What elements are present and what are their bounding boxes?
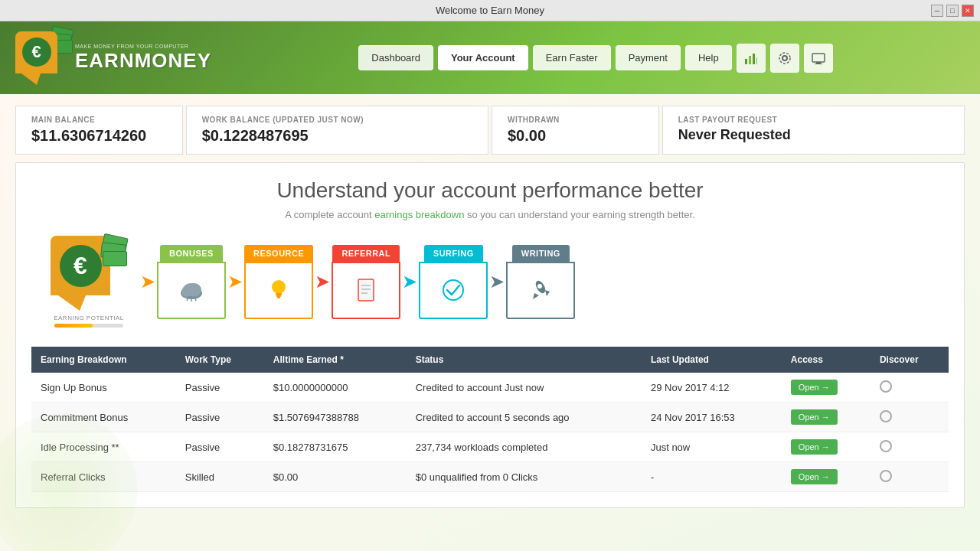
svg-point-12 <box>183 283 200 295</box>
balance-work-label: WORK BALANCE (UPDATED JUST NOW) <box>202 116 472 124</box>
th-earning: Earning Breakdown <box>31 347 176 373</box>
nav-your-account[interactable]: Your Account <box>438 45 528 70</box>
cell-discover <box>871 373 949 403</box>
cell-earning: Idle Processing ** <box>31 432 176 462</box>
nav-earn-faster[interactable]: Earn Faster <box>533 45 611 70</box>
open-button[interactable]: Open → <box>791 380 838 395</box>
earning-potential-bar <box>54 324 93 328</box>
subtitle-post: so you can understand your earning stren… <box>464 209 694 220</box>
nav-help[interactable]: Help <box>685 45 732 70</box>
balance-payout-label: LAST PAYOUT REQUEST <box>678 116 949 124</box>
svg-point-26 <box>537 284 542 289</box>
svg-point-16 <box>272 280 286 294</box>
logo-area: € MAKE MONEY FROM YOUR COMPUTER EARNMONE… <box>15 31 211 85</box>
cell-updated: 24 Nov 2017 16:53 <box>642 403 782 432</box>
surfing-label: SURFING <box>424 245 483 262</box>
earnings-breakdown-link[interactable]: earnings breakdown <box>374 209 464 220</box>
earning-potential: EARNING POTENTIAL <box>39 315 139 328</box>
open-button[interactable]: Open → <box>791 409 838 425</box>
resource-icon <box>244 262 313 319</box>
discover-radio[interactable] <box>880 410 892 422</box>
nav-payment[interactable]: Payment <box>616 45 681 70</box>
cell-access[interactable]: Open → <box>782 432 871 462</box>
content-subtitle: A complete account earnings breakdown so… <box>31 209 949 220</box>
svg-rect-6 <box>812 54 825 62</box>
nav-dashboard[interactable]: Dashboard <box>358 45 433 70</box>
cell-status: Credited to account 5 seconds ago <box>407 403 642 432</box>
resource-label: RESOURCE <box>244 245 313 262</box>
svg-rect-8 <box>815 64 822 64</box>
cell-worktype: Passive <box>176 432 264 462</box>
logo-subtitle: MAKE MONEY FROM YOUR COMPUTER <box>75 44 211 49</box>
open-button[interactable]: Open → <box>791 469 838 484</box>
flow-card-referral[interactable]: REFERRAL <box>332 245 400 319</box>
cell-discover <box>871 432 949 462</box>
table-row: Sign Up Bonus Passive $10.0000000000 Cre… <box>31 373 949 403</box>
svg-rect-18 <box>276 295 281 297</box>
flow-card-writing[interactable]: WRITING <box>506 245 575 319</box>
cell-discover <box>871 403 949 432</box>
svg-rect-20 <box>358 279 374 301</box>
nav-chart-icon[interactable] <box>737 44 766 73</box>
table-row: Idle Processing ** Passive $0.1827873167… <box>31 432 949 462</box>
flow-card-resource[interactable]: RESOURCE <box>244 245 313 319</box>
discover-radio[interactable] <box>880 470 892 482</box>
cell-worktype: Passive <box>176 373 264 403</box>
table-row: Referral Clicks Skilled $0.00 $0 unquali… <box>31 462 949 492</box>
cell-worktype: Skilled <box>176 462 264 492</box>
svg-marker-28 <box>545 290 550 296</box>
table-header-row: Earning Breakdown Work Type Alltime Earn… <box>31 347 949 373</box>
content-area: Understand your account performance bett… <box>15 162 965 508</box>
cell-updated: - <box>642 462 782 492</box>
th-worktype: Work Type <box>176 347 264 373</box>
cell-earning: Commitment Bonus <box>31 403 176 432</box>
balance-payout: LAST PAYOUT REQUEST Never Requested <box>662 106 965 155</box>
close-button[interactable]: ✕ <box>962 5 974 17</box>
logo-main: EARNMONEY <box>75 49 211 73</box>
discover-radio[interactable] <box>880 380 892 393</box>
earning-potential-label: EARNING POTENTIAL <box>39 315 139 321</box>
svg-rect-3 <box>756 57 757 64</box>
cell-access[interactable]: Open → <box>782 373 871 403</box>
balance-withdrawn-value: $0.00 <box>508 127 643 145</box>
writing-label: WRITING <box>512 245 570 262</box>
referral-label: REFERRAL <box>332 245 400 262</box>
balance-work-value: $0.1228487695 <box>202 127 472 145</box>
nav-settings-icon[interactable] <box>770 44 799 73</box>
cell-status: 237,734 workloads completed <box>407 432 642 462</box>
window-controls: ─ □ ✕ <box>931 5 974 17</box>
svg-rect-0 <box>745 59 747 64</box>
flow-card-surfing[interactable]: SURFING <box>419 245 488 319</box>
balance-main-label: MAIN BALANCE <box>31 116 167 124</box>
cell-discover <box>871 462 949 492</box>
open-button[interactable]: Open → <box>791 439 838 455</box>
svg-rect-2 <box>753 54 755 64</box>
bonuses-label: BONUSES <box>160 245 223 262</box>
cell-access[interactable]: Open → <box>782 462 871 492</box>
maximize-button[interactable]: □ <box>946 5 959 17</box>
balance-withdrawn: WITHDRAWN $0.00 <box>492 106 659 155</box>
header: € MAKE MONEY FROM YOUR COMPUTER EARNMONE… <box>0 21 980 94</box>
cell-status: Credited to account Just now <box>407 373 642 403</box>
balance-payout-value: Never Requested <box>678 127 949 143</box>
cell-earning: Referral Clicks <box>31 462 176 492</box>
flow-arrow-3: ➤ <box>402 271 417 292</box>
logo-text: MAKE MONEY FROM YOUR COMPUTER EARNMONEY <box>75 44 211 73</box>
balance-bar: MAIN BALANCE $11.6306714260 WORK BALANCE… <box>0 94 980 155</box>
minimize-button[interactable]: ─ <box>931 5 943 17</box>
logo-icon: € <box>15 31 69 85</box>
window-title: Welcome to Earn Money <box>436 5 544 16</box>
nav-device-icon[interactable] <box>804 44 833 73</box>
device-icon <box>812 51 825 65</box>
th-status: Status <box>407 347 642 373</box>
discover-radio[interactable] <box>880 440 892 452</box>
cell-alltime: $0.18278731675 <box>264 432 407 462</box>
svg-point-5 <box>779 53 790 64</box>
cell-alltime: $1.5076947388788 <box>264 403 407 432</box>
chart-icon <box>744 51 758 65</box>
svg-point-4 <box>782 56 787 60</box>
main: MAIN BALANCE $11.6306714260 WORK BALANCE… <box>0 94 980 551</box>
cell-access[interactable]: Open → <box>782 403 871 432</box>
flow-card-bonuses[interactable]: BONUSES <box>157 245 226 319</box>
balance-withdrawn-label: WITHDRAWN <box>508 116 643 124</box>
